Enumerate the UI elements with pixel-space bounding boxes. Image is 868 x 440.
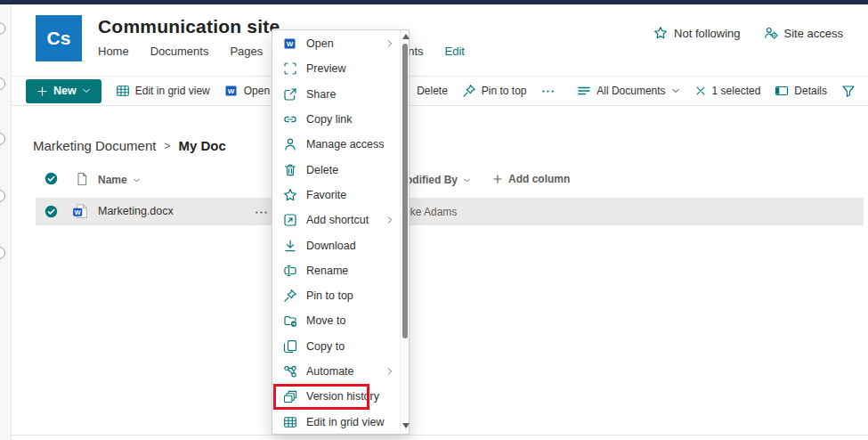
page-bottom-divider [12, 435, 868, 436]
chevron-down-icon [82, 86, 91, 95]
header-actions: Not followingSite access [653, 26, 843, 40]
rail-app-icon [0, 247, 5, 259]
menu-item-copy-to[interactable]: Copy to [272, 334, 400, 359]
header-action-label: Not following [674, 27, 740, 40]
column-header-name[interactable]: Name [98, 174, 141, 186]
menu-item-label: Rename [306, 265, 348, 277]
new-button[interactable]: New [26, 79, 101, 103]
file-name-link[interactable]: Marketing.docx [98, 205, 174, 217]
header-action-not-following[interactable]: Not following [653, 26, 740, 40]
file-type-column-icon [75, 172, 89, 186]
funnel-icon [841, 84, 856, 98]
pin-icon [283, 289, 297, 303]
word-icon: W [224, 84, 239, 98]
cmdbar-item-label: Details [794, 85, 827, 97]
menu-item-move-to[interactable]: Move to [272, 308, 400, 333]
rail-app-icon [0, 190, 5, 202]
menu-item-label: Copy to [306, 340, 345, 353]
menu-item-share[interactable]: Share [272, 82, 400, 107]
menu-item-label: Move to [306, 314, 345, 327]
table-row[interactable]: W Marketing.docx Mike Adams [36, 198, 864, 225]
nav-item-pages[interactable]: Pages [230, 45, 263, 58]
ellipsis-icon [541, 85, 555, 98]
word-icon: W [283, 37, 297, 51]
app-rail [0, 4, 12, 440]
scroll-up-icon[interactable] [402, 34, 410, 39]
rename-icon [283, 264, 297, 278]
command-bar: New Edit in grid viewWOpenShareDeletePin… [12, 76, 868, 106]
cmdbar-item-label: Edit in grid view [135, 85, 210, 97]
cmdbar-item-pin-to-top[interactable]: Pin to top [462, 84, 527, 98]
menu-item-favorite[interactable]: Favorite [272, 183, 400, 208]
nav-item-label: Documents [150, 45, 209, 58]
nav-item-home[interactable]: Home [98, 45, 129, 58]
person-icon [283, 137, 297, 151]
chevron-down-icon [463, 176, 471, 184]
header-action-site-access[interactable]: Site access [764, 26, 843, 40]
rail-app-icon [0, 77, 5, 90]
site-logo[interactable]: Cs [36, 15, 82, 61]
menu-scrollbar[interactable] [400, 30, 409, 434]
cmdbar-item-label: 1 selected [712, 85, 761, 97]
cmdbar-item-label: Delete [417, 85, 448, 97]
menu-item-open[interactable]: WOpen [272, 31, 400, 56]
chevron-down-icon [671, 86, 680, 95]
cmdbar-item-all-documents[interactable]: All Documents [577, 84, 679, 98]
menu-item-edit-grid-view[interactable]: Edit in grid view [272, 409, 400, 434]
menu-item-pin-to-top[interactable]: Pin to top [272, 283, 400, 308]
trash-icon [283, 163, 297, 177]
menu-item-version-history[interactable]: Version history [272, 384, 400, 409]
plus-icon [492, 174, 503, 184]
nav-item-label: Edit [445, 45, 465, 58]
page-title: Communication site [98, 16, 280, 37]
menu-item-download[interactable]: Download [272, 232, 400, 257]
versions-icon [283, 389, 297, 403]
submenu-chevron-right-icon [385, 367, 394, 376]
download-icon [283, 239, 297, 253]
cmdbar-item-filter[interactable] [841, 84, 856, 98]
menu-item-add-shortcut[interactable]: Add shortcut [272, 208, 400, 232]
star-icon [653, 26, 668, 40]
cmdbar-item-edit-grid-view[interactable]: Edit in grid view [116, 84, 210, 98]
share-icon [283, 87, 297, 102]
menu-item-label: Version history [306, 390, 379, 403]
nav-item-edit[interactable]: Edit [445, 45, 465, 58]
menu-item-rename[interactable]: Rename [272, 258, 400, 283]
breadcrumb-parent[interactable]: Marketing Document [33, 138, 156, 153]
menu-item-automate[interactable]: Automate [272, 359, 400, 384]
menu-item-label: Pin to top [306, 289, 353, 302]
select-all-checkbox[interactable] [45, 172, 58, 185]
menu-item-manage-access[interactable]: Manage access [272, 132, 400, 157]
scrollbar-thumb[interactable] [402, 44, 408, 338]
svg-text:W: W [75, 208, 81, 216]
nav-item-label: Pages [230, 45, 263, 58]
menu-item-label: Copy link [306, 113, 352, 126]
chevron-down-icon [133, 176, 141, 184]
rail-app-icon [0, 133, 5, 145]
shortcut-icon [283, 213, 297, 227]
rail-app-icon [0, 22, 5, 35]
pin-icon [462, 84, 476, 98]
cmdbar-item-details[interactable]: Details [775, 84, 827, 98]
add-column-button[interactable]: Add column [492, 173, 570, 185]
lines-icon [577, 84, 591, 98]
nav-item-documents[interactable]: Documents [150, 45, 209, 58]
scroll-down-icon[interactable] [402, 423, 410, 428]
people-gear-icon [764, 26, 778, 40]
menu-item-preview[interactable]: Preview [272, 56, 400, 81]
svg-text:W: W [227, 87, 234, 95]
row-checkbox[interactable] [45, 205, 58, 218]
nav-item-label: Home [98, 45, 129, 58]
cmdbar-item-label: Pin to top [482, 85, 527, 97]
cmdbar-item-more[interactable] [541, 85, 555, 98]
menu-item-delete[interactable]: Delete [272, 157, 400, 182]
menu-item-label: Download [306, 240, 356, 252]
submenu-chevron-right-icon [385, 216, 394, 224]
menu-item-label: Open [306, 37, 334, 50]
menu-item-copy-link[interactable]: Copy link [272, 107, 400, 132]
menu-item-label: Automate [306, 365, 354, 378]
menu-item-label: Share [306, 88, 336, 101]
menu-item-label: Favorite [306, 189, 346, 201]
cmdbar-item-selection-count[interactable]: 1 selected [694, 85, 761, 97]
more-actions-icon[interactable] [255, 206, 268, 219]
